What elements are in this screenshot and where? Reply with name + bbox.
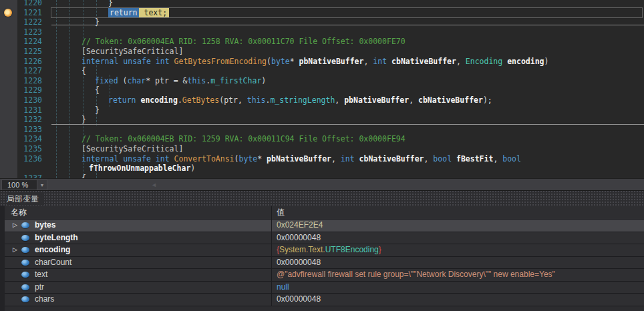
variable-name-cell: ▷bytes [5,220,272,232]
code-token [452,154,456,164]
breakpoint-gutter[interactable] [0,37,17,47]
code-token: cbNativeBuffer [391,57,456,66]
code-token: * [290,57,299,66]
breakpoint-gutter[interactable] [0,164,17,174]
code-token: fixed [95,76,118,85]
breakpoint-gutter[interactable] [0,105,17,115]
code-line[interactable]: 1227{ [0,66,644,76]
code-line[interactable]: 1235[SecuritySafeCritical] [0,144,644,154]
local-variable-row[interactable]: text@"advfirewall firewall set rule grou… [5,269,644,282]
code-token: ); [483,95,492,105]
column-header-value[interactable]: 值 [272,206,644,219]
expand-arrow-icon[interactable]: ▷ [13,244,21,256]
breakpoint-gutter[interactable] [0,8,17,18]
variable-value-cell: 0x00000048 [272,257,644,269]
code-text: // Token: 0x060004EA RID: 1258 RVA: 0x00… [51,37,644,47]
code-token: . [178,95,182,105]
code-token [387,57,391,66]
code-line[interactable]: 1228fixed (char* ptr = &this.m_firstChar… [0,76,644,86]
scroll-left-arrow-icon[interactable]: ◄ [151,182,157,188]
breakpoint-gutter[interactable] [0,17,17,27]
code-line[interactable]: 1226internal unsafe int GetBytesFromEnco… [0,57,644,67]
code-line[interactable]: 1221return text; [0,8,644,18]
local-variable-row[interactable]: charCount0x00000048 [5,257,644,270]
expand-arrow-icon[interactable]: ▷ [13,220,21,232]
line-number: 1231 [17,105,51,115]
code-token: return [108,7,139,18]
breakpoint-gutter[interactable] [0,85,17,95]
code-line[interactable]: 1237{ [0,174,644,178]
code-line[interactable]: 1222} [0,17,644,27]
locals-panel-titlebar[interactable]: 局部变量 [0,190,644,206]
code-line[interactable]: 1229{ [0,85,644,95]
variable-name: encoding [35,244,70,256]
breakpoint-gutter[interactable] [0,134,17,144]
local-variable-row[interactable]: ▷bytes0x024EF2E4 [5,220,644,232]
line-number: 1225 [17,47,51,57]
breakpoint-gutter[interactable] [0,115,17,125]
line-number: 1220 [17,0,51,8]
line-number: 1222 [17,17,51,27]
variable-value: 0x00000048 [277,233,321,242]
code-token: fThrowOnUnmappableChar [89,164,190,173]
line-number: 1232 [17,115,51,125]
zoom-level-select[interactable]: 100 % [1,180,37,190]
breakpoint-gutter[interactable] [0,154,17,164]
code-line[interactable]: 1231} [0,105,644,115]
code-token: // Token: 0x060004EB RID: 1259 RVA: 0x00… [82,134,406,143]
code-text: fixed (char* ptr = &this.m_firstChar) [51,76,644,86]
code-line[interactable]: 1234// Token: 0x060004EB RID: 1259 RVA: … [0,134,644,144]
breakpoint-gutter[interactable] [0,76,17,86]
locals-panel-title: 局部变量 [7,194,44,205]
breakpoint-gutter[interactable] [0,57,17,67]
code-token: int [156,57,170,66]
code-editor[interactable]: 1220}1221return text;1222}12231224// Tok… [0,0,644,178]
horizontal-scrollbar[interactable]: ◄ [47,179,644,191]
code-token: int [373,57,387,66]
code-line[interactable]: 1225[SecuritySafeCritical] [0,47,644,57]
code-text: } [51,115,644,125]
locals-footer [5,306,644,311]
code-line[interactable]: 1224// Token: 0x060004EA RID: 1258 RVA: … [0,37,644,47]
current-statement-marker-icon [4,9,12,17]
code-text: [SecuritySafeCritical] [51,144,644,154]
code-line[interactable]: 1230return encoding.GetBytes(ptr, this.m… [0,95,644,105]
code-line[interactable]: 1232} [0,115,644,125]
code-line[interactable]: 1236internal unsafe int ConvertToAnsi(by… [0,154,644,164]
code-token: ) [261,76,266,85]
locals-header-row: 名称 值 [5,206,644,220]
breakpoint-gutter[interactable] [0,0,17,8]
local-variable-row[interactable]: ptrnull [5,282,644,294]
code-token: , [456,57,466,66]
code-text: return text; [51,8,644,18]
variable-icon [21,235,29,241]
variable-value: 0x024EF2E4 [277,220,323,230]
code-text: fThrowOnUnmappableChar) [51,164,644,174]
local-variable-row[interactable]: ▷encoding{System.Text.UTF8Encoding} [5,244,644,257]
code-token: cbNativeBuffer [418,95,483,105]
breakpoint-gutter[interactable] [0,47,17,57]
breakpoint-gutter[interactable] [0,174,17,178]
local-variable-row[interactable]: chars0x00000048 [5,294,644,306]
breakpoint-gutter[interactable] [0,27,17,37]
code-line[interactable]: 1223 [0,27,644,37]
code-token: * [257,154,267,164]
code-text: { [51,174,644,178]
code-token: int [341,154,355,164]
code-token: ) [190,164,195,173]
variable-icon [21,260,29,266]
breakpoint-gutter[interactable] [0,125,17,135]
breakpoint-gutter[interactable] [0,66,17,76]
code-text: // Token: 0x060004EB RID: 1259 RVA: 0x00… [51,134,644,144]
column-header-name[interactable]: 名称 [5,206,272,219]
code-line[interactable]: 1233 [0,125,644,135]
code-line[interactable]: 1220} [0,0,644,8]
code-token [151,57,156,66]
chevron-down-icon[interactable]: ▼ [37,180,47,190]
breakpoint-gutter[interactable] [0,95,17,105]
code-token: GetBytesFromEncoding [174,57,267,66]
code-token: internal [82,57,118,66]
local-variable-row[interactable]: byteLength0x00000048 [5,232,644,245]
code-line[interactable]: fThrowOnUnmappableChar) [0,164,644,174]
breakpoint-gutter[interactable] [0,144,17,154]
